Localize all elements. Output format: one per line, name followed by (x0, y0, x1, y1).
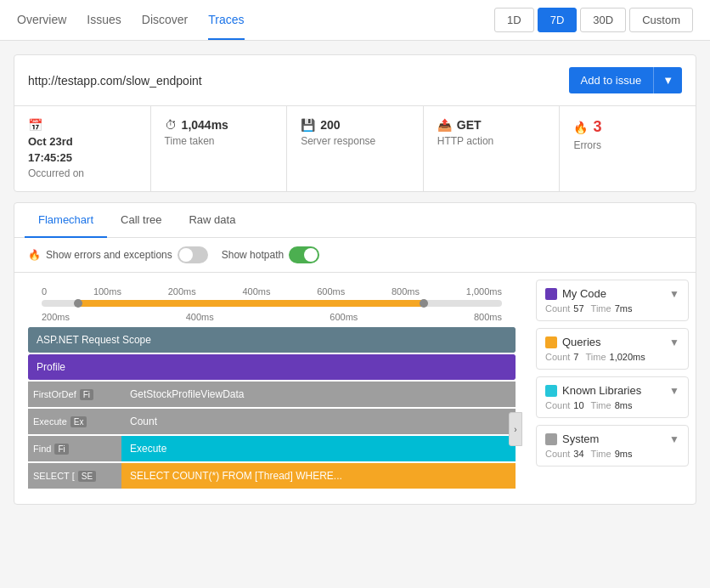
legend-queries: Queries ▼ Count 7 Time 1,020ms (536, 328, 689, 370)
tl-label-400: 400ms (242, 286, 270, 297)
time-1d-button[interactable]: 1D (494, 8, 534, 32)
tl-label-100: 100ms (93, 286, 121, 297)
time-custom-button[interactable]: Custom (629, 8, 693, 32)
metric-errors: 🔥 3 Errors (560, 106, 696, 191)
legend-system: System ▼ Count 34 Time 9ms (536, 425, 689, 466)
tl-label-800: 800ms (392, 286, 420, 297)
time-buttons: 1D 7D 30D Custom (494, 8, 693, 32)
metric-time: 17:45:25 (28, 151, 137, 164)
legend-system-time-val: 9ms (615, 449, 633, 459)
metric-date: Oct 23rd (28, 135, 137, 148)
tl-sub-600: 600ms (330, 312, 358, 322)
nav-issues[interactable]: Issues (87, 1, 121, 40)
legend-knownlibs-expand-icon[interactable]: ▼ (669, 385, 679, 397)
flame-row-aspnet[interactable]: ASP.NET Request Scope (28, 327, 516, 353)
tab-rawdata[interactable]: Raw data (175, 203, 249, 238)
tabs-section: Flamechart Call tree Raw data 🔥 Show err… (14, 202, 696, 505)
metric-http-header: 📤 GET (437, 118, 546, 132)
flame-find-abbr: Fi (54, 444, 68, 455)
legend-knownlibs-time-stat: Time 8ms (591, 400, 633, 410)
legend-mycode-label: My Code (562, 287, 606, 300)
legend-mycode-stats: Count 57 Time 7ms (545, 303, 679, 314)
legend-system-stats: Count 34 Time 9ms (545, 449, 679, 459)
flame-profile-bar: Profile (28, 354, 516, 380)
legend-queries-count-label: Count (545, 352, 570, 362)
error-flame-icon: 🔥 (28, 249, 41, 261)
flame-row-firstordef[interactable]: FirstOrDef Fi GetStockProfileViewData (28, 382, 516, 407)
legend-queries-time-label: Time (585, 352, 606, 362)
timeline-track[interactable] (42, 300, 502, 307)
metric-http-value: GET (457, 118, 482, 132)
flame-firstordef-text: FirstOrDef (33, 389, 76, 399)
flame-execute-abbr: Ex (70, 416, 87, 427)
flame-section: 0 100ms 200ms 400ms 600ms 800ms 1,000ms (14, 273, 529, 504)
metric-timetaken-value: 1,044ms (182, 118, 228, 132)
tl-sub-400: 400ms (186, 312, 214, 322)
legend-knownlibs-color (545, 385, 557, 397)
flame-label-execute: Execute Ex (28, 409, 121, 434)
metric-errors-header: 🔥 3 (573, 118, 682, 136)
legend-mycode-header: My Code ▼ (545, 287, 679, 300)
nav-traces[interactable]: Traces (208, 1, 244, 40)
flame-row-execute[interactable]: Execute Ex Count (28, 409, 516, 434)
controls-row: 🔥 Show errors and exceptions Show hotpat… (14, 238, 696, 273)
metric-timetaken-label: Time taken (165, 135, 273, 147)
legend-mycode-count-stat: Count 57 (545, 303, 584, 314)
expand-panel-button[interactable]: › (509, 412, 522, 446)
show-hotpath-label: Show hotpath (222, 249, 284, 261)
add-to-issue-label[interactable]: Add to issue (569, 67, 654, 93)
legend-queries-title: Queries (545, 336, 601, 348)
legend-queries-color (545, 336, 557, 348)
flame-row-profile[interactable]: Profile (28, 354, 516, 380)
legend-system-header: System ▼ (545, 433, 679, 445)
flame-row-find[interactable]: Find Fi Execute (28, 436, 516, 461)
flame-label-firstordef: FirstOrDef Fi (28, 382, 121, 407)
timeline-handle-right[interactable] (420, 299, 428, 308)
flame-content-find: Execute (121, 436, 516, 461)
flame-content-firstordef: GetStockProfileViewData (121, 382, 516, 407)
errors-toggle[interactable] (178, 246, 208, 263)
top-nav: Overview Issues Discover Traces 1D 7D 30… (0, 0, 710, 41)
legend-queries-count-stat: Count 7 (545, 352, 578, 362)
flame-firstordef-abbr: Fi (80, 389, 93, 400)
tl-sub-800: 800ms (474, 312, 502, 322)
legend-mycode-time-label: Time (591, 303, 611, 314)
legend-knownlibs-stats: Count 10 Time 8ms (545, 400, 679, 410)
hotpath-toggle[interactable] (289, 246, 319, 263)
flame-find-text: Find (33, 444, 51, 454)
clock-icon: ⏱ (165, 118, 177, 132)
time-7d-button[interactable]: 7D (538, 8, 578, 32)
legend-mycode-expand-icon[interactable]: ▼ (669, 288, 679, 300)
nav-discover[interactable]: Discover (142, 1, 188, 40)
legend-mycode-title: My Code (545, 287, 606, 300)
metric-occurred-label: Occurred on (28, 167, 137, 179)
metric-server-response: 💾 200 Server response (287, 106, 424, 191)
url-text: http://testapp.com/slow_endpoint (28, 74, 202, 88)
legend-queries-label: Queries (562, 336, 601, 348)
add-to-issue-btn[interactable]: Add to issue ▼ (569, 67, 682, 93)
tab-flamechart[interactable]: Flamechart (25, 203, 107, 238)
flame-aspnet-bar: ASP.NET Request Scope (28, 327, 516, 353)
legend-queries-expand-icon[interactable]: ▼ (669, 336, 679, 348)
hotpath-toggle-knob (304, 248, 318, 262)
flame-content-execute: Count (121, 409, 516, 434)
tab-calltree[interactable]: Call tree (107, 203, 175, 238)
timeline-top-labels: 0 100ms 200ms 400ms 600ms 800ms 1,000ms (42, 286, 502, 297)
legend-system-expand-icon[interactable]: ▼ (669, 433, 679, 445)
time-30d-button[interactable]: 30D (580, 8, 626, 32)
timeline-handle-left[interactable] (74, 299, 82, 308)
legend-queries-stats: Count 7 Time 1,020ms (545, 352, 679, 362)
add-to-issue-arrow-icon[interactable]: ▼ (653, 67, 682, 93)
flame-row-select[interactable]: SELECT [ SE SELECT COUNT(*) FROM [Thread… (28, 463, 516, 489)
legend-knownlibs-header: Known Libraries ▼ (545, 384, 679, 397)
nav-links: Overview Issues Discover Traces (17, 1, 245, 40)
url-card: http://testapp.com/slow_endpoint Add to … (14, 54, 696, 192)
legend-system-count-val: 34 (573, 449, 583, 459)
legend-system-title: System (545, 433, 599, 445)
tl-label-1000: 1,000ms (466, 286, 502, 297)
metric-occurred: 📅 Oct 23rd 17:45:25 Occurred on (14, 106, 151, 191)
side-panel: My Code ▼ Count 57 Time 7ms (529, 273, 696, 504)
legend-queries-count-val: 7 (573, 352, 578, 362)
http-icon: 📤 (437, 118, 452, 132)
nav-overview[interactable]: Overview (17, 1, 66, 40)
